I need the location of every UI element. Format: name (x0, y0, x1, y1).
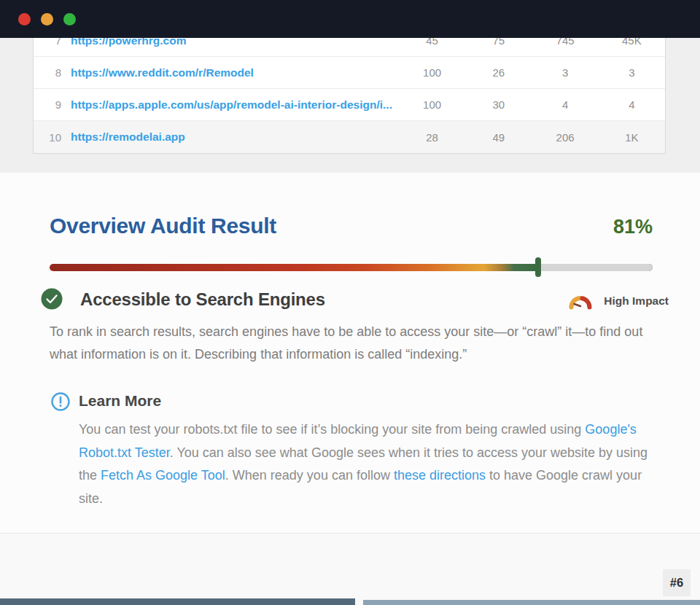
row-url-link[interactable]: https://apps.apple.com/us/app/remodel-ai… (71, 98, 399, 112)
table-row: 8 https://www.reddit.com/r/Remodel 100 2… (34, 57, 665, 89)
section-title: Accessible to Search Engines (80, 289, 325, 310)
gauge-icon (568, 292, 593, 313)
row-rank: 9 (42, 98, 61, 111)
row-rank: 8 (42, 66, 61, 79)
maximize-button[interactable] (63, 13, 76, 26)
row-value: 28 (399, 131, 465, 144)
audit-score: 81% (613, 216, 653, 238)
row-value: 30 (465, 98, 532, 111)
learn-more-text: You can test your robots.txt file to see… (79, 418, 653, 510)
url-table: 7 https://powerhrg.com 45 75 745 45K 8 h… (33, 24, 666, 154)
link-fetch-as-google[interactable]: Fetch As Google Tool (101, 468, 225, 483)
audit-section: Overview Audit Result 81% Accessible to … (0, 173, 700, 533)
row-value: 100 (399, 98, 465, 111)
bottom-strip-dark (0, 598, 355, 605)
learn-more-segment: You can test your robots.txt file to see… (79, 422, 585, 437)
row-value: 26 (465, 66, 532, 79)
row-value: 100 (399, 66, 465, 79)
info-exclamation-icon (51, 392, 70, 414)
audit-score-bar (50, 264, 653, 271)
page-number-badge: #6 (663, 569, 691, 596)
learn-more-title: Learn More (79, 392, 161, 410)
row-value: 1K (599, 131, 665, 144)
row-url-link[interactable]: https://remodelai.app (71, 130, 399, 144)
learn-more-segment: . When ready you can follow (225, 468, 394, 483)
row-value: 4 (532, 98, 599, 111)
window-titlebar (0, 0, 700, 38)
check-circle-icon (41, 288, 63, 313)
page-title: Overview Audit Result (50, 214, 276, 238)
close-button[interactable] (18, 13, 31, 26)
table-row: 9 https://apps.apple.com/us/app/remodel-… (34, 89, 665, 121)
audit-bar-remainder (538, 264, 653, 271)
audit-bar-handle (535, 257, 541, 277)
row-value: 49 (465, 131, 532, 144)
row-value: 4 (599, 98, 665, 111)
table-row: 10 https://remodelai.app 28 49 206 1K (34, 121, 665, 153)
bottom-strip-light (363, 600, 700, 605)
row-value: 206 (532, 131, 599, 144)
row-value: 3 (599, 66, 665, 79)
section-description: To rank in search results, search engine… (50, 321, 649, 366)
row-rank: 10 (42, 131, 61, 144)
impact-badge: High Impact (604, 294, 669, 308)
minimize-button[interactable] (41, 13, 53, 26)
footer-area: #6 (0, 533, 700, 605)
row-url-link[interactable]: https://www.reddit.com/r/Remodel (71, 66, 399, 79)
screen: 7 https://powerhrg.com 45 75 745 45K 8 h… (0, 0, 700, 605)
row-value: 3 (532, 66, 599, 79)
link-these-directions[interactable]: these directions (394, 468, 486, 483)
